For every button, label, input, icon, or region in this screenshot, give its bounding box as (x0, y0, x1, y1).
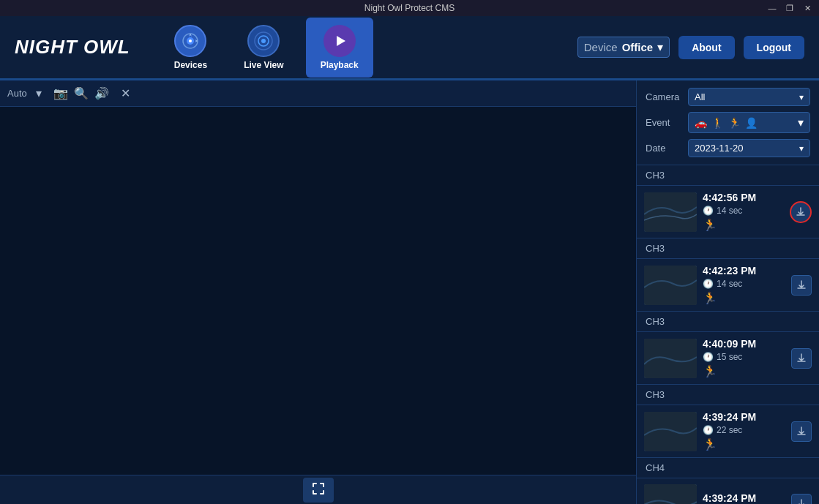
minimize-button[interactable]: — (766, 4, 778, 13)
event-time-5: 4:39:24 PM (703, 492, 785, 504)
mode-label: Auto (7, 88, 27, 99)
nav-item-playback[interactable]: Playback (306, 18, 373, 78)
camera-filter-dropdown[interactable]: All ▾ (688, 88, 810, 106)
close-button[interactable]: ✕ (801, 4, 813, 13)
playback-icon (324, 25, 356, 57)
event-filter-dropdown[interactable]: 🚗 🚶 🏃 👤 ▾ (688, 112, 810, 133)
channel-header-1: CH3 (637, 165, 819, 186)
event-duration-2: 🕐 14 sec (703, 279, 785, 289)
download-button-3[interactable] (791, 348, 812, 369)
zoom-icon[interactable]: 🔍 (74, 86, 89, 100)
event-item-2[interactable]: 4:42:23 PM 🕐 14 sec 🏃 (637, 259, 819, 312)
event-thumbnail-5 (644, 484, 697, 504)
event-type-4: 🏃 (703, 437, 785, 451)
events-panel: Camera All ▾ Event 🚗 🚶 🏃 👤 ▾ (636, 80, 819, 504)
event-type-3: 🏃 (703, 364, 785, 378)
event-info-3: 4:40:09 PM 🕐 15 sec 🏃 (703, 338, 785, 378)
event-info-2: 4:42:23 PM 🕐 14 sec 🏃 (703, 265, 785, 305)
channel-header-2: CH3 (637, 238, 819, 259)
channel-label-5: CH4 (646, 462, 665, 473)
date-dropdown-chevron-icon: ▾ (799, 143, 804, 154)
nav-label-liveview: Live View (244, 60, 283, 70)
liveview-icon (247, 25, 280, 57)
event-duration-4: 🕐 22 sec (703, 425, 785, 435)
toolbar-icons: 📷 🔍 🔊 (53, 86, 109, 100)
person-event-icon: 🚶 (711, 117, 724, 129)
event-item-5[interactable]: 4:39:24 PM 🕐 10 sec (637, 478, 819, 504)
event-thumbnail-3 (644, 339, 697, 378)
video-area: Auto ▾ 📷 🔍 🔊 ✕ (0, 80, 636, 504)
event-duration-3: 🕐 15 sec (703, 352, 785, 362)
nav-label-playback: Playback (321, 60, 359, 70)
car-event-icon: 🚗 (695, 117, 707, 129)
filter-section: Camera All ▾ Event 🚗 🚶 🏃 👤 ▾ (637, 80, 819, 165)
event-time-4: 4:39:24 PM (703, 411, 785, 423)
about-button[interactable]: About (678, 36, 734, 59)
audio-icon[interactable]: 🔊 (94, 86, 109, 100)
event-type-2: 🏃 (703, 291, 785, 305)
event-info-1: 4:42:56 PM 🕐 14 sec 🏃 (703, 192, 784, 232)
date-filter-label: Date (646, 143, 682, 154)
app-title: Night Owl Protect CMS (364, 3, 455, 13)
camera-filter-label: Camera (646, 91, 682, 102)
event-dropdown-chevron-icon: ▾ (798, 116, 804, 129)
download-button-5[interactable] (791, 494, 812, 504)
channel-label-3: CH3 (646, 316, 665, 327)
fullscreen-button[interactable] (303, 478, 334, 503)
video-main (0, 107, 636, 475)
date-filter-value: 2023-11-20 (695, 143, 744, 154)
event-time-2: 4:42:23 PM (703, 265, 785, 277)
download-button-4[interactable] (791, 421, 812, 442)
date-filter-dropdown[interactable]: 2023-11-20 ▾ (688, 139, 810, 157)
video-bottom-bar (0, 475, 636, 504)
channel-label-4: CH3 (646, 389, 665, 400)
event-item-1[interactable]: 4:42:56 PM 🕐 14 sec 🏃 (637, 186, 819, 238)
device-name: Office (622, 41, 654, 53)
download-button-1[interactable] (790, 201, 812, 223)
nav-label-devices: Devices (174, 60, 207, 70)
device-selector[interactable]: Device Office ▾ (577, 37, 670, 58)
nav-items: Devices Live View Playback (160, 18, 577, 78)
app-logo: NIGHT OWL (15, 36, 130, 59)
logout-button[interactable]: Logout (744, 36, 804, 59)
clock-icon-2: 🕐 (703, 279, 714, 289)
nav-item-devices[interactable]: Devices (160, 18, 222, 78)
date-filter-row: Date 2023-11-20 ▾ (646, 139, 810, 157)
svg-point-5 (261, 39, 266, 43)
event-info-4: 4:39:24 PM 🕐 22 sec 🏃 (703, 411, 785, 451)
camera-icon[interactable]: 📷 (53, 86, 68, 100)
channel-label-1: CH3 (646, 170, 665, 181)
event-item-4[interactable]: 4:39:24 PM 🕐 22 sec 🏃 (637, 405, 819, 458)
download-button-2[interactable] (791, 275, 812, 296)
clock-icon-1: 🕐 (703, 206, 714, 216)
camera-filter-row: Camera All ▾ (646, 88, 810, 106)
event-thumbnail-2 (644, 266, 697, 305)
event-time-3: 4:40:09 PM (703, 338, 785, 350)
event-duration-1: 🕐 14 sec (703, 206, 784, 216)
event-thumbnail-1 (644, 192, 697, 232)
channel-header-3: CH3 (637, 312, 819, 332)
event-type-icons: 🚗 🚶 🏃 👤 (695, 117, 758, 129)
event-time-1: 4:42:56 PM (703, 192, 784, 203)
toolbar-close-button[interactable]: ✕ (121, 86, 130, 100)
clock-icon-4: 🕐 (703, 425, 714, 435)
device-chevron-icon: ▾ (657, 40, 663, 54)
person3-event-icon: 👤 (745, 117, 758, 129)
event-type-1: 🏃 (703, 218, 784, 232)
event-thumbnail-4 (644, 412, 697, 451)
nav-item-liveview[interactable]: Live View (229, 18, 298, 78)
mode-dropdown[interactable]: ▾ (36, 86, 42, 100)
window-controls[interactable]: — ❐ ✕ (766, 4, 813, 13)
svg-marker-6 (337, 36, 345, 46)
channel-header-5: CH4 (637, 458, 819, 478)
event-item-3[interactable]: 4:40:09 PM 🕐 15 sec 🏃 (637, 332, 819, 385)
maximize-button[interactable]: ❐ (784, 4, 796, 13)
device-label: Device (584, 41, 618, 53)
event-filter-row: Event 🚗 🚶 🏃 👤 ▾ (646, 112, 810, 133)
nav-right: Device Office ▾ About Logout (577, 36, 804, 59)
main-content: Auto ▾ 📷 🔍 🔊 ✕ (0, 80, 819, 504)
events-list: CH3 4:42:56 PM 🕐 (637, 165, 819, 504)
video-toolbar: Auto ▾ 📷 🔍 🔊 ✕ (0, 80, 636, 107)
camera-dropdown-chevron-icon: ▾ (799, 92, 804, 102)
svg-point-2 (189, 40, 192, 42)
